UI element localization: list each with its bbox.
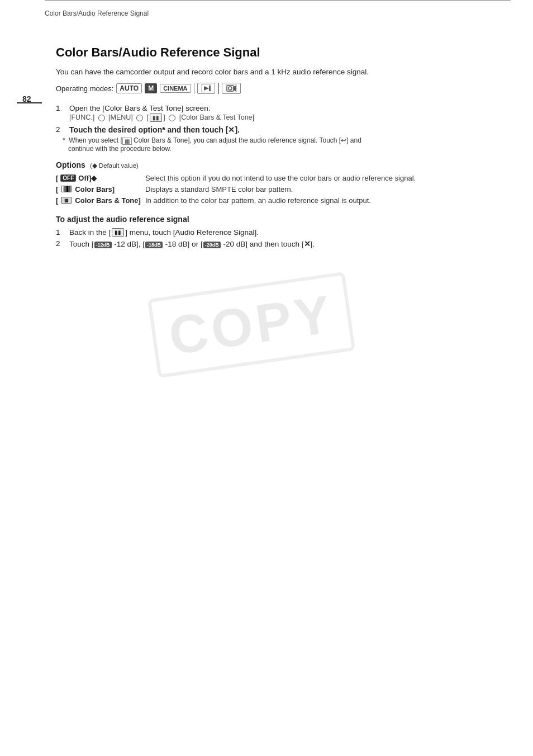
mode-camera — [222, 83, 241, 94]
mode-separator-2 — [218, 83, 219, 94]
circle-2 — [136, 115, 143, 121]
option-off: [OFF Off]◆ Select this option if you do … — [56, 174, 505, 182]
off-badge: OFF — [60, 174, 76, 182]
colorbars-icon — [61, 186, 72, 192]
svg-rect-3 — [211, 86, 212, 91]
option-colorbarstone-label: [▦ Color Bars & Tone] — [56, 196, 145, 205]
step-2: 2 Touch the desired option* and then tou… — [56, 125, 505, 134]
substep-1-number: 1 — [56, 228, 65, 237]
step-2-content: Touch the desired option* and then touch… — [69, 125, 505, 134]
note-icon: ▦ — [122, 138, 132, 145]
breadcrumb: Color Bars/Audio Reference Signal — [0, 5, 533, 17]
step-1: 1 Open the [Color Bars & Test Tone] scre… — [56, 104, 505, 122]
mode-separator-1 — [194, 83, 195, 94]
copy-watermark-text: COPY — [147, 272, 355, 378]
step-1-number: 1 — [56, 104, 65, 112]
subsection-title: To adjust the audio reference signal — [56, 215, 505, 224]
mode-auto: AUTO — [116, 83, 142, 93]
mode-m: M — [145, 83, 157, 93]
intro-text: You can have the camcorder output and re… — [56, 68, 505, 76]
copy-watermark: COPY — [156, 252, 346, 398]
badge-18db: -18dB — [145, 242, 163, 248]
operating-modes: Operating modes: AUTO M CINEMA — [56, 83, 505, 94]
mode-cinema: CINEMA — [160, 84, 191, 93]
circle-1 — [98, 115, 105, 121]
step-1-sub: [FUNC.] [MENU] [▮▮] [Color Bars & Test T… — [69, 114, 505, 122]
option-colorbarstone-desc: In addition to the color bar pattern, an… — [145, 196, 505, 205]
options-header: Options (◆ Default value) — [56, 160, 505, 169]
options-section: Options (◆ Default value) [OFF Off]◆ Sel… — [56, 160, 505, 205]
svg-rect-2 — [209, 86, 210, 91]
badge-12db: -12dB — [94, 242, 112, 248]
playback-icon — [201, 84, 211, 92]
colorbarstoneicon: ▦ — [61, 197, 72, 204]
menu-icon-1: ▮▮ — [150, 114, 162, 122]
page-title: Color Bars/Audio Reference Signal — [56, 29, 505, 60]
step-2-number: 2 — [56, 125, 65, 134]
top-rule — [45, 0, 511, 5]
substep-2-number: 2 — [56, 239, 65, 248]
page-container: 82 Color Bars/Audio Reference Signal You… — [0, 17, 533, 273]
substep-menu-icon: ▮▮ — [112, 228, 124, 237]
option-colorbars: [ Color Bars] Displays a standard SMPTE … — [56, 185, 505, 193]
svg-point-7 — [229, 87, 232, 90]
option-colorbars-label: [ Color Bars] — [56, 185, 145, 193]
note-text: * When you select [▦ Color Bars & Tone],… — [57, 136, 505, 152]
page-number-line — [17, 102, 42, 103]
options-default-note: (◆ Default value) — [90, 162, 139, 169]
option-off-label: [OFF Off]◆ — [56, 174, 145, 182]
substep-2: 2 Touch [-12dB -12 dB], [-18dB -18 dB] o… — [56, 239, 505, 248]
operating-modes-label: Operating modes: — [56, 84, 113, 93]
substep-1-text: Back in the [▮▮] menu, touch [Audio Refe… — [69, 228, 259, 237]
step-1-text: Open the [Color Bars & Test Tone] screen… — [69, 104, 210, 112]
step-1-content: Open the [Color Bars & Test Tone] screen… — [69, 104, 505, 122]
options-title: Options — [56, 160, 85, 169]
svg-marker-1 — [204, 86, 209, 91]
option-off-desc: Select this option if you do not intend … — [145, 174, 505, 182]
circle-3 — [169, 115, 175, 121]
substep-2-text: Touch [-12dB -12 dB], [-18dB -18 dB] or … — [69, 239, 315, 248]
mode-playback — [197, 83, 215, 94]
step-2-text: Touch the desired option* and then touch… — [69, 125, 240, 134]
badge-20db: -20dB — [203, 242, 221, 248]
substep-1: 1 Back in the [▮▮] menu, touch [Audio Re… — [56, 228, 505, 237]
option-colorbars-desc: Displays a standard SMPTE color bar patt… — [145, 185, 505, 193]
option-colorbarstone: [▦ Color Bars & Tone] In addition to the… — [56, 196, 505, 205]
camera-icon — [226, 84, 237, 92]
